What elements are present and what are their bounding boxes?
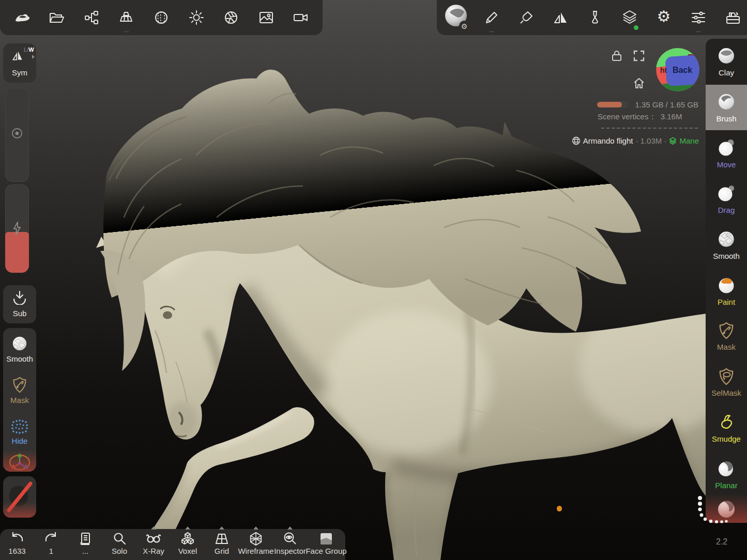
background-image-icon[interactable] xyxy=(253,3,280,33)
paint-sphere-icon xyxy=(716,275,736,295)
clay-sphere-icon xyxy=(716,46,736,66)
undo-button[interactable]: 1633 xyxy=(0,530,34,560)
options-caret xyxy=(287,526,293,530)
postprocess-aperture-icon[interactable] xyxy=(218,3,245,33)
navigation-cube[interactable]: ht Back xyxy=(655,47,700,92)
svg-text:⚙: ⚙ xyxy=(461,22,468,30)
scroll-fade xyxy=(3,502,36,518)
app-version: 2.2 xyxy=(716,537,727,547)
files-folder-icon[interactable] xyxy=(43,3,70,33)
inspector-eye-icon xyxy=(282,532,298,546)
tool-paint[interactable]: Paint xyxy=(706,268,747,314)
lathe-flask-icon[interactable] xyxy=(582,3,608,33)
lock-icon[interactable] xyxy=(611,50,623,62)
pencil-stroke-icon[interactable]: ... xyxy=(478,3,505,33)
layers-active-dot xyxy=(634,25,638,30)
redo-button[interactable]: 1 xyxy=(34,530,68,560)
camera-video-icon[interactable] xyxy=(287,3,314,33)
settings-gear-icon[interactable]: ⚙ xyxy=(650,3,677,33)
multires-pyramid-icon[interactable]: ... xyxy=(113,3,140,33)
voxel-cubes-icon xyxy=(180,532,195,546)
tool-planar[interactable]: Planar xyxy=(706,451,747,497)
tool-sidebar: Clay Brush Move Drag Smooth xyxy=(706,39,747,523)
solo-magnifier-icon xyxy=(112,532,127,546)
tool-mask[interactable]: Mask xyxy=(706,314,747,360)
nomad-logo-icon[interactable] xyxy=(8,3,35,33)
intensity-slider-fill xyxy=(5,232,29,273)
lighting-sun-icon[interactable] xyxy=(183,3,210,33)
material-preview-sphere-icon[interactable]: ⚙ xyxy=(444,3,470,33)
tool-brush[interactable]: Brush xyxy=(706,85,747,131)
symmetry-label: Sym xyxy=(3,68,36,77)
subdivision-button[interactable]: Sub xyxy=(3,285,36,323)
tool-smooth[interactable]: Smooth xyxy=(706,222,747,268)
layers-icon[interactable] xyxy=(616,3,643,33)
active-object-row[interactable]: Armando flight · 1.03M · Mane xyxy=(569,136,699,145)
more-indicator: ... xyxy=(478,28,505,32)
redo-icon xyxy=(43,532,59,546)
redo-count: 1 xyxy=(49,547,53,555)
symmetry-mode-label: L/W xyxy=(24,46,34,53)
smudge-hand-icon xyxy=(717,413,736,432)
xray-button[interactable]: X-Ray xyxy=(136,530,171,560)
layer-mini-icon xyxy=(669,137,677,145)
move-sphere-icon xyxy=(716,138,736,158)
memory-text: 1.35 GB / 1.65 GB xyxy=(635,100,698,109)
smooth-sphere-icon xyxy=(716,229,736,249)
voxel-button[interactable]: Voxel xyxy=(171,530,205,560)
memory-bar-fill xyxy=(597,102,622,107)
more-indicator: ... xyxy=(113,28,140,32)
intensity-slider[interactable] xyxy=(5,184,29,273)
object-globe-icon xyxy=(572,136,581,145)
matcap-sphere-icon[interactable] xyxy=(148,3,175,33)
options-caret xyxy=(219,526,224,530)
lightning-icon xyxy=(12,222,22,235)
tool-clay[interactable]: Clay xyxy=(706,39,747,85)
grid-button[interactable]: Grid xyxy=(205,530,239,560)
history-pages-button[interactable]: ... xyxy=(68,530,102,560)
wireframe-hexagon-icon xyxy=(248,532,264,546)
tool-move[interactable]: Move xyxy=(706,130,747,176)
svg-text:⚙: ⚙ xyxy=(657,9,671,25)
inspector-button[interactable]: Inspector xyxy=(273,530,307,560)
options-caret xyxy=(151,526,156,530)
symmetry-icon xyxy=(11,49,24,62)
options-caret xyxy=(185,526,190,530)
smooth-sphere-icon xyxy=(11,335,28,352)
undo-count: 1633 xyxy=(8,547,25,555)
mask-shield-icon xyxy=(11,376,28,394)
scene-graph-icon[interactable] xyxy=(78,3,105,33)
radius-dot-icon xyxy=(11,128,23,139)
wireframe-button[interactable]: Wireframe xyxy=(239,530,273,560)
quick-tool-mask[interactable]: Mask xyxy=(3,369,36,411)
solo-button[interactable]: Solo xyxy=(102,530,136,560)
drag-sphere-icon xyxy=(716,183,736,203)
selmask-shield-icon xyxy=(718,367,735,386)
memory-usage: 1.35 GB / 1.65 GB xyxy=(597,100,698,108)
interface-sliders-icon[interactable]: ... xyxy=(685,3,712,33)
symmetry-icon[interactable] xyxy=(547,3,574,33)
tool-smudge[interactable]: Smudge xyxy=(706,406,747,452)
quick-tool-smooth[interactable]: Smooth xyxy=(3,328,36,369)
tool-drag[interactable]: Drag xyxy=(706,176,747,222)
paint-brush-icon[interactable] xyxy=(513,3,540,33)
home-icon[interactable] xyxy=(633,77,645,89)
mask-shield-icon xyxy=(718,321,735,340)
fullscreen-icon[interactable] xyxy=(633,50,645,62)
toolbox-icon[interactable] xyxy=(720,3,746,33)
pages-more-label: ... xyxy=(82,547,89,555)
memory-bar xyxy=(597,102,628,107)
gear-badge-icon: ⚙ xyxy=(461,22,468,30)
face-group-button[interactable]: Face Group xyxy=(307,530,345,560)
symmetry-toggle-button[interactable]: L/W Sym xyxy=(3,43,36,83)
panel-resize-handle[interactable] xyxy=(695,495,731,527)
scene-vertices: Scene vertices： 3.16M xyxy=(598,112,682,122)
radius-slider[interactable] xyxy=(5,88,29,182)
separator-dashed xyxy=(601,128,698,129)
alpha-disabled-button[interactable] xyxy=(3,476,36,518)
xray-glasses-icon xyxy=(145,532,162,546)
quick-tool-hide[interactable]: Hide xyxy=(3,411,36,452)
nav-back-label: Back xyxy=(673,66,692,74)
tool-selmask[interactable]: SelMask xyxy=(706,360,747,406)
grid-plane-icon xyxy=(214,532,230,546)
